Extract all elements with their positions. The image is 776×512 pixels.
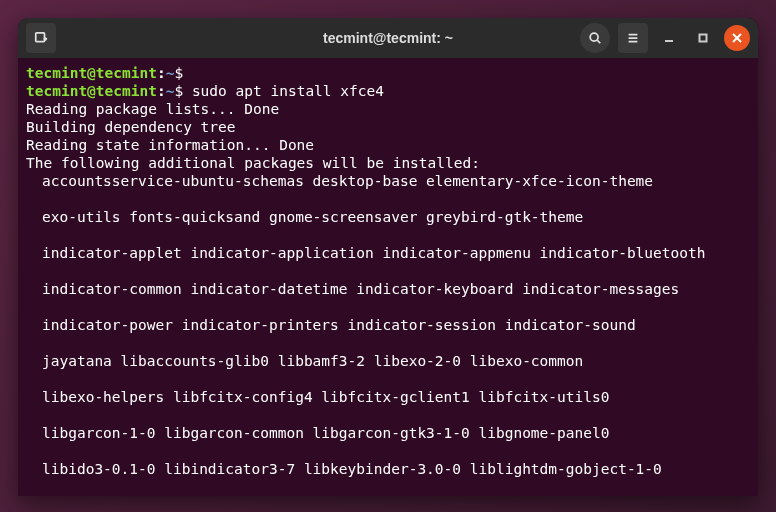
output-line: The following additional packages will b…	[26, 155, 480, 171]
svg-line-5	[597, 40, 600, 43]
minimize-icon	[664, 33, 674, 43]
prompt-symbol: $	[174, 83, 183, 99]
output-line: Reading package lists... Done	[26, 101, 279, 117]
terminal-window: tecmint@tecmint: ~ tecmint@tecmint:~$ te…	[18, 18, 758, 496]
new-tab-icon	[34, 31, 48, 45]
command-2: sudo apt install xfce4	[192, 83, 384, 99]
hamburger-icon	[626, 31, 640, 45]
package-line: libido3-0.1-0 libindicator3-7 libkeybind…	[26, 460, 750, 478]
prompt-sep: :	[157, 83, 166, 99]
svg-point-4	[590, 33, 598, 41]
svg-rect-0	[36, 33, 45, 42]
prompt-symbol: $	[174, 65, 183, 81]
close-button[interactable]	[724, 25, 750, 51]
prompt-user-host: tecmint@tecmint	[26, 65, 157, 81]
maximize-icon	[698, 33, 708, 43]
prompt-user-host: tecmint@tecmint	[26, 83, 157, 99]
package-line: exo-utils fonts-quicksand gnome-screensa…	[26, 208, 750, 226]
package-line: libexo-helpers libfcitx-config4 libfcitx…	[26, 388, 750, 406]
minimize-button[interactable]	[656, 25, 682, 51]
menu-button[interactable]	[618, 23, 648, 53]
search-icon	[588, 31, 602, 45]
svg-rect-10	[700, 35, 707, 42]
package-line: libgarcon-1-0 libgarcon-common libgarcon…	[26, 424, 750, 442]
new-tab-button[interactable]	[26, 23, 56, 53]
titlebar-right	[580, 23, 750, 53]
maximize-button[interactable]	[690, 25, 716, 51]
terminal-output[interactable]: tecmint@tecmint:~$ tecmint@tecmint:~$ su…	[18, 58, 758, 496]
package-line: indicator-common indicator-datetime indi…	[26, 280, 750, 298]
output-line: Reading state information... Done	[26, 137, 314, 153]
search-button[interactable]	[580, 23, 610, 53]
output-line: Building dependency tree	[26, 119, 236, 135]
package-line: indicator-power indicator-printers indic…	[26, 316, 750, 334]
package-line: indicator-applet indicator-application i…	[26, 244, 750, 262]
prompt-sep: :	[157, 65, 166, 81]
close-icon	[732, 33, 742, 43]
package-line: accountsservice-ubuntu-schemas desktop-b…	[26, 172, 750, 190]
titlebar: tecmint@tecmint: ~	[18, 18, 758, 58]
titlebar-left	[26, 23, 56, 53]
package-line: jayatana libaccounts-glib0 libbamf3-2 li…	[26, 352, 750, 370]
